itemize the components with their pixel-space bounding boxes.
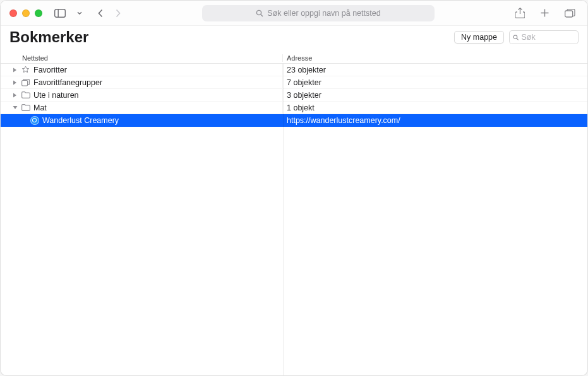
- disclosure-triangle-icon[interactable]: [12, 67, 18, 73]
- new-tab-button[interactable]: [537, 6, 553, 20]
- column-header-address[interactable]: Adresse: [283, 54, 587, 62]
- search-icon: [513, 34, 519, 41]
- nav-buttons: [94, 7, 124, 20]
- bookmark-name: Favorittfanegrupper: [33, 78, 102, 87]
- bookmarks-search-input[interactable]: [521, 33, 575, 42]
- bookmark-address: 7 objekter: [283, 78, 587, 87]
- new-folder-button[interactable]: Ny mappe: [454, 31, 504, 44]
- search-icon: [256, 9, 263, 17]
- table-row[interactable]: Ute i naturen 3 objekter: [1, 89, 587, 102]
- column-divider[interactable]: [283, 64, 284, 375]
- bookmark-address: 1 objekt: [283, 103, 587, 112]
- right-toolbar: [512, 6, 579, 20]
- bookmark-name: Favoritter: [33, 66, 67, 74]
- svg-point-7: [513, 35, 517, 38]
- sidebar-toggle-button[interactable]: [51, 7, 69, 20]
- bookmark-address: https://wanderlustcreamery.com/: [283, 116, 587, 125]
- folder-icon: [21, 103, 30, 112]
- sidebar-menu-chevron-icon[interactable]: [74, 9, 85, 17]
- disclosure-triangle-icon[interactable]: [12, 92, 18, 98]
- bookmarks-table: Nettsted Adresse Favoritter 23 objekter: [1, 52, 587, 375]
- tab-overview-button[interactable]: [561, 7, 579, 20]
- close-window-button[interactable]: [9, 9, 17, 17]
- bookmarks-search[interactable]: [509, 30, 579, 44]
- window-controls: [9, 9, 42, 17]
- bookmark-name: Ute i naturen: [33, 91, 79, 100]
- table-row[interactable]: Favorittfanegrupper 7 objekter: [1, 76, 587, 89]
- bookmark-name: Mat: [33, 103, 47, 112]
- forward-button[interactable]: [112, 7, 124, 20]
- folder-icon: [21, 90, 30, 100]
- address-bar[interactable]: Søk eller oppgi navn på nettsted: [202, 5, 435, 21]
- minimize-window-button[interactable]: [22, 9, 30, 17]
- table-rows: Favoritter 23 objekter Favori: [1, 64, 587, 127]
- svg-rect-6: [565, 11, 573, 17]
- disclosure-triangle-icon[interactable]: [12, 79, 18, 85]
- bookmark-address: 3 objekter: [283, 91, 587, 100]
- svg-point-2: [257, 10, 261, 15]
- bookmark-address: 23 objekter: [283, 66, 587, 74]
- maximize-window-button[interactable]: [35, 9, 42, 17]
- table-row[interactable]: Wanderlust Creamery https://wanderlustcr…: [1, 114, 587, 127]
- table-row[interactable]: Favoritter 23 objekter: [1, 64, 587, 76]
- svg-rect-0: [55, 9, 66, 17]
- titlebar: Søk eller oppgi navn på nettsted: [1, 1, 587, 26]
- svg-line-8: [517, 38, 518, 40]
- safari-window: Søk eller oppgi navn på nettsted: [0, 0, 588, 376]
- tab-group-icon: [21, 78, 30, 87]
- address-bar-placeholder: Søk eller oppgi navn på nettsted: [267, 9, 380, 18]
- table-header: Nettsted Adresse: [1, 52, 587, 64]
- page-title: Bokmerker: [9, 28, 454, 46]
- share-button[interactable]: [512, 6, 528, 20]
- disclosure-triangle-icon[interactable]: [12, 105, 18, 110]
- table-row[interactable]: Mat 1 objekt: [1, 102, 587, 114]
- svg-line-3: [261, 15, 263, 16]
- favicon-icon: [30, 115, 39, 125]
- bookmark-name: Wanderlust Creamery: [42, 116, 119, 125]
- star-icon: [21, 65, 30, 74]
- column-header-site[interactable]: Nettsted: [1, 54, 283, 62]
- svg-rect-9: [22, 80, 28, 86]
- back-button[interactable]: [94, 7, 107, 20]
- bookmarks-header: Bokmerker Ny mappe: [1, 26, 587, 52]
